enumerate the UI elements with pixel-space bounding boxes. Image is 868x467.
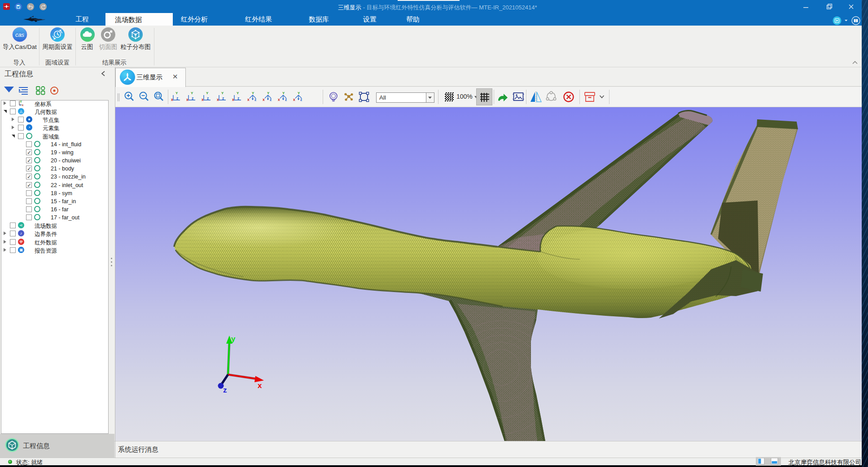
svg-text:z: z [207,96,209,100]
svg-text:Y: Y [191,91,193,95]
svg-text:z: z [285,97,287,102]
svg-text:Y: Y [237,91,239,95]
svg-text:x: x [217,97,219,102]
svg-text:z: z [176,96,178,100]
svg-text:x: x [247,97,250,102]
svg-text:z: z [254,97,256,102]
svg-text:Y: Y [267,91,270,95]
svg-text:x: x [263,97,265,102]
svg-text:z: z [222,96,224,100]
svg-text:z: z [300,97,302,102]
svg-text:x: x [278,97,280,102]
svg-text:z: z [223,386,227,394]
svg-text:x: x [22,104,24,107]
svg-text:z: z [237,96,239,100]
svg-text:x: x [186,97,189,102]
svg-text:Y: Y [252,91,254,95]
svg-text:Y: Y [282,91,285,95]
svg-text:x: x [232,97,234,102]
svg-text:Y: Y [221,91,224,95]
svg-text:y: y [231,335,236,343]
svg-text:Y: Y [175,91,178,95]
svg-text:x: x [258,381,262,390]
svg-text:x: x [202,97,204,102]
svg-text:x: x [293,97,295,102]
svg-text:Y: Y [206,91,209,95]
svg-text:Y: Y [298,91,300,95]
svg-text:x: x [171,97,173,102]
svg-text:cas: cas [15,31,25,38]
svg-text:z: z [19,103,21,106]
svg-text:z: z [192,96,193,100]
svg-text:z: z [270,97,272,102]
svg-text:Y: Y [20,100,22,103]
